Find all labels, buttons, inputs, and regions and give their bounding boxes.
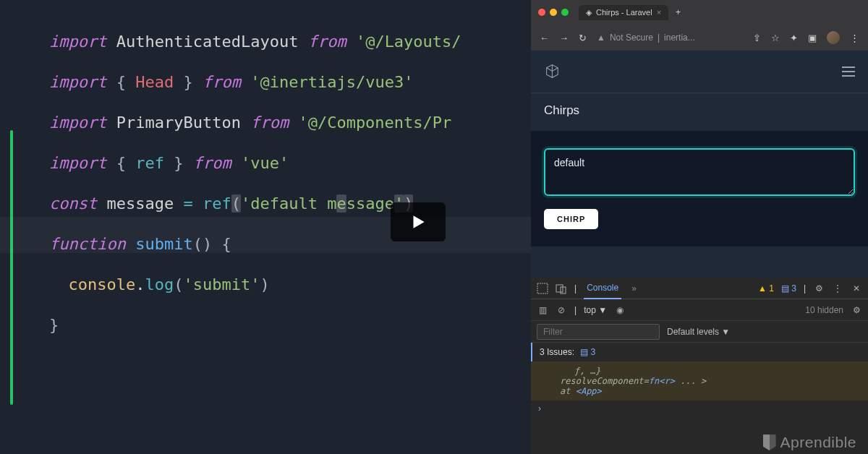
url-text: inertia... xyxy=(664,33,695,43)
live-expression-icon[interactable]: ◉ xyxy=(614,304,626,316)
info-badge[interactable]: ▤ 3 xyxy=(781,283,796,294)
extensions-icon[interactable]: ✦ xyxy=(790,33,798,43)
address-bar[interactable]: ▲ Not Secure | inertia... xyxy=(597,33,743,43)
context-selector[interactable]: top ▼ xyxy=(584,305,607,315)
page-viewport: Chirps CHIRP xyxy=(531,51,868,278)
device-toggle-icon[interactable] xyxy=(556,283,567,294)
svg-rect-1 xyxy=(556,285,563,292)
browser-tab[interactable]: ◈ Chirps - Laravel × xyxy=(579,5,668,20)
watermark-text: Aprendible xyxy=(780,434,856,451)
window-controls[interactable] xyxy=(538,9,569,16)
devtools-panel: | Console » ▲ 1 ▤ 3 | ⚙ ⋮ ✕ ▥ ⊘ | top ▼ … xyxy=(531,278,868,454)
gutter-change-indicator xyxy=(10,130,13,405)
close-window-icon[interactable] xyxy=(538,9,545,16)
watermark-logo-icon xyxy=(763,434,776,450)
code-line: import AuthenticatedLayout from '@/Layou… xyxy=(49,22,531,62)
filter-input[interactable] xyxy=(537,324,660,340)
laravel-logo-icon xyxy=(544,62,563,81)
page-title: Chirps xyxy=(531,93,868,131)
security-label: Not Secure xyxy=(610,33,653,43)
console-toolbar: ▥ ⊘ | top ▼ ◉ 10 hidden ⚙ xyxy=(531,299,868,321)
new-tab-button[interactable]: + xyxy=(676,7,681,17)
bookmark-icon[interactable]: ☆ xyxy=(771,33,780,43)
browser-tabbar: ◈ Chirps - Laravel × + xyxy=(531,0,868,25)
favicon-icon: ◈ xyxy=(586,8,592,17)
play-button[interactable] xyxy=(391,202,446,241)
devtools-tabbar: | Console » ▲ 1 ▤ 3 | ⚙ ⋮ ✕ xyxy=(531,278,868,299)
minimize-window-icon[interactable] xyxy=(550,9,557,16)
message-input[interactable] xyxy=(544,148,855,196)
warning-icon: ▲ xyxy=(597,33,605,43)
console-tab[interactable]: Console xyxy=(584,278,621,299)
clear-console-icon[interactable]: ⊘ xyxy=(556,304,567,316)
browser-toolbar: ← → ↻ ▲ Not Secure | inertia... ⇧ ☆ ✦ ▣ … xyxy=(531,25,868,51)
share-icon[interactable]: ⇧ xyxy=(753,33,761,43)
code-line: import PrimaryButton from '@/Components/… xyxy=(49,103,531,143)
sidepanel-icon[interactable]: ▣ xyxy=(808,33,817,43)
profile-avatar[interactable] xyxy=(827,31,840,44)
console-settings-icon[interactable]: ⚙ xyxy=(851,304,862,316)
menu-button[interactable] xyxy=(842,67,855,77)
chirp-button[interactable]: CHIRP xyxy=(544,209,598,229)
code-line: import { ref } from 'vue' xyxy=(49,143,531,184)
code-line: import { Head } from '@inertiajs/vue3' xyxy=(49,62,531,103)
warnings-badge[interactable]: ▲ 1 xyxy=(758,283,774,294)
code-line: console.log('submit') xyxy=(49,265,531,305)
issues-label: 3 Issues: xyxy=(540,347,574,357)
close-devtools-icon[interactable]: ✕ xyxy=(851,283,862,294)
issues-bar[interactable]: 3 Issues: ▤ 3 xyxy=(531,343,868,361)
more-tabs-button[interactable]: » xyxy=(629,283,639,294)
reload-button[interactable]: ↻ xyxy=(579,33,587,43)
settings-icon[interactable]: ⚙ xyxy=(813,283,825,294)
code-editor[interactable]: import AuthenticatedLayout from '@/Layou… xyxy=(0,0,531,454)
log-levels-selector[interactable]: Default levels ▼ xyxy=(667,327,730,337)
menu-icon[interactable]: ⋮ xyxy=(850,33,859,43)
back-button[interactable]: ← xyxy=(540,33,549,43)
maximize-window-icon[interactable] xyxy=(561,9,569,16)
svg-rect-0 xyxy=(537,283,548,294)
kebab-icon[interactable]: ⋮ xyxy=(832,283,843,294)
browser-panel: ◈ Chirps - Laravel × + ← → ↻ ▲ Not Secur… xyxy=(531,0,868,454)
inspect-icon[interactable] xyxy=(537,283,548,294)
play-icon xyxy=(409,213,427,231)
code-line: const message = ref('default message') xyxy=(49,184,531,224)
console-prompt[interactable]: › xyxy=(531,401,868,416)
close-tab-icon[interactable]: × xyxy=(657,8,661,17)
code-line: function submit() { xyxy=(49,224,531,265)
console-output: ƒ, …} resolveComponent=fn<r> ... > at <A… xyxy=(531,361,868,401)
forward-button[interactable]: → xyxy=(559,33,569,43)
watermark: Aprendible xyxy=(763,434,856,451)
tab-title: Chirps - Laravel xyxy=(596,8,652,17)
hidden-count[interactable]: 10 hidden xyxy=(805,305,843,315)
code-line: } xyxy=(49,305,531,346)
sidebar-toggle-icon[interactable]: ▥ xyxy=(537,304,548,316)
